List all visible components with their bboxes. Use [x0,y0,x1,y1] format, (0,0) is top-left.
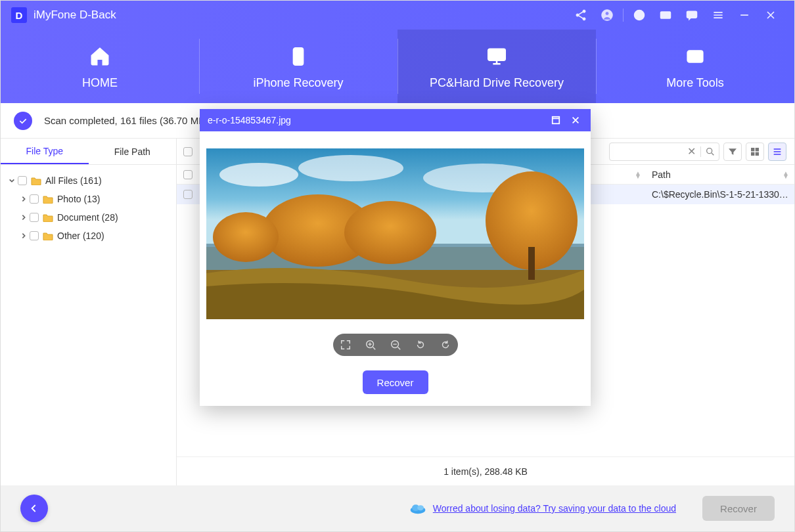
nav-iphone-recovery[interactable]: iPhone Recovery [199,30,398,103]
titlebar: D iMyFone D-Back [1,1,794,30]
tree-document[interactable]: Document (28) [1,208,176,227]
clear-search-icon[interactable]: ✕ [682,145,700,158]
tree-other-label: Other (120) [57,231,104,241]
svg-point-15 [697,55,699,57]
tree-photo[interactable]: Photo (13) [1,190,176,208]
footer-recover-button[interactable]: Recover [702,496,775,521]
tree-photo-label: Photo (13) [57,194,100,204]
svg-rect-8 [687,11,697,18]
tab-file-path[interactable]: File Path [89,139,177,164]
home-icon [89,43,111,70]
chevron-down-icon[interactable] [7,176,16,185]
chevron-right-icon[interactable] [19,213,28,222]
preview-image [206,148,584,319]
cloud-promo: Worred about losing data? Try saving you… [409,502,676,514]
svg-rect-18 [756,148,759,151]
checkbox-header[interactable] [183,170,193,179]
tree-document-label: Document (28) [57,212,118,223]
svg-rect-17 [751,148,754,151]
preview-modal: e-r-o-154853467.jpg [200,109,591,406]
svg-point-32 [344,201,436,264]
cloud-link[interactable]: Worred about losing data? Try saving you… [433,503,676,514]
chevron-right-icon[interactable] [19,194,28,204]
svg-rect-20 [756,152,759,155]
svg-point-33 [213,212,279,262]
more-icon [684,43,706,70]
minimize-icon[interactable] [737,8,752,22]
nav-home-label: HOME [82,76,118,90]
checkbox-select-all[interactable] [183,147,193,156]
checkbox-document[interactable] [30,213,39,222]
chevron-right-icon[interactable] [19,231,28,240]
svg-point-16 [706,148,712,153]
svg-point-13 [691,55,693,57]
file-tree: All Files (161) Photo (13) Document (28)… [1,165,176,252]
folder-icon [43,194,53,204]
column-path-label: Path [652,169,671,180]
rotate-left-icon[interactable] [413,338,428,352]
svg-rect-24 [553,117,560,124]
tree-all-files-label: All Files (161) [45,175,102,186]
checkbox-row[interactable] [183,190,193,199]
share-icon[interactable] [574,8,588,22]
zoom-in-icon[interactable] [363,338,378,352]
nav-pc-label: PC&Hard Drive Recovery [430,76,564,90]
zoom-out-icon[interactable] [388,338,403,352]
chat-icon[interactable] [685,8,699,22]
cloud-icon [409,502,426,514]
nav-iphone-label: iPhone Recovery [253,76,343,90]
nav-home[interactable]: HOME [1,30,199,103]
modal-close-icon[interactable] [568,113,583,127]
nav-more-label: More Tools [666,76,724,90]
checkbox-photo[interactable] [30,194,39,204]
modal-filename: e-r-o-154853467.jpg [208,115,291,125]
table-footer: 1 item(s), 288.48 KB [177,456,794,485]
tree-other[interactable]: Other (120) [1,227,176,245]
cell-path: C:\$Recycle.Bin\S-1-5-21-133012... [647,189,794,200]
gear-icon[interactable] [632,8,647,22]
back-button[interactable] [20,495,48,522]
folder-icon [43,213,53,222]
svg-point-6 [635,11,645,20]
account-icon[interactable] [600,8,614,22]
list-view-icon[interactable] [768,143,786,161]
nav-pc-recovery[interactable]: PC&Hard Drive Recovery [398,30,596,103]
filter-icon[interactable] [723,143,742,161]
checkbox-all[interactable] [18,176,27,185]
footer: Worred about losing data? Try saving you… [1,485,794,531]
monitor-key-icon [486,43,508,70]
modal-titlebar: e-r-o-154853467.jpg [200,109,591,131]
svg-point-26 [219,163,298,187]
svg-rect-35 [528,247,535,280]
svg-point-27 [298,155,403,181]
sidebar: File Type File Path All Files (161) Phot… [1,139,177,485]
nav-more-tools[interactable]: More Tools [596,30,794,103]
app-title: iMyFone D-Back [34,9,116,22]
mail-icon[interactable] [658,8,673,22]
main-nav: HOME iPhone Recovery PC&Hard Drive Recov… [1,30,794,103]
sidebar-tabs: File Type File Path [1,139,176,165]
fullscreen-icon[interactable] [338,338,353,352]
sort-icon[interactable]: ▲▼ [783,171,789,178]
app-logo: D [11,7,27,23]
phone-refresh-icon [287,43,309,70]
search-icon[interactable] [700,146,719,157]
column-path[interactable]: Path▲▼ [647,169,794,180]
modal-maximize-icon[interactable] [549,113,563,127]
tab-file-type[interactable]: File Type [1,139,89,164]
modal-image-area [200,131,591,326]
rotate-right-icon[interactable] [438,338,453,352]
status-message: Scan completed, 161 files (36.70 MB) h [44,115,217,126]
checkbox-other[interactable] [30,231,39,240]
preview-controls [333,334,458,356]
status-check-icon [14,112,32,130]
menu-icon[interactable] [711,8,725,22]
folder-icon [43,231,53,240]
grid-view-icon[interactable] [746,143,764,161]
svg-point-11 [495,53,499,56]
svg-rect-19 [751,152,754,155]
close-icon[interactable] [763,8,778,22]
sort-icon[interactable]: ▲▼ [635,171,641,178]
modal-recover-button[interactable]: Recover [363,370,428,394]
tree-all-files[interactable]: All Files (161) [1,171,176,190]
